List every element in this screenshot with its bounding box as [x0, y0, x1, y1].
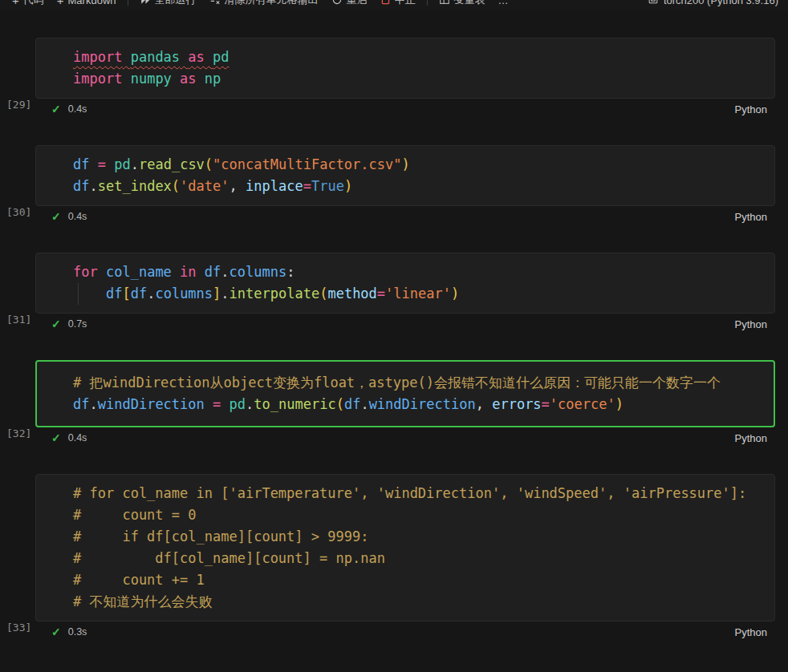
toolbar-inner: + 代码 + Markdown 全部运行 清除所有单元格输出 重启 [0, 0, 788, 10]
cell-editor[interactable]: for col_name in df.columns: df[df.column… [35, 253, 775, 314]
code-token: windDirection [369, 396, 476, 412]
cell-language-picker[interactable]: Python [735, 103, 767, 115]
cell-main: import pandas as pdimport numpy as np✓0.… [35, 38, 775, 119]
cell-editor[interactable]: # for col_name in ['airTemperature', 'wi… [35, 474, 775, 621]
notebook-cell[interactable]: [29]import pandas as pdimport numpy as n… [0, 38, 775, 119]
code-token [172, 264, 180, 280]
kernel-picker[interactable]: torch200 (Python 3.9.16) [648, 0, 782, 7]
code-token: ) [615, 396, 623, 412]
cell-gutter: [33] [0, 474, 35, 642]
execution-count: [32] [0, 427, 35, 448]
code-token: . [221, 264, 229, 280]
notebook-cell[interactable]: [31]for col_name in df.columns: df[df.co… [0, 253, 775, 334]
notebook-cell[interactable]: [33]# for col_name in ['airTemperature',… [0, 474, 775, 642]
kernel-environment-icon [648, 0, 659, 7]
run-all-icon [140, 0, 151, 6]
code-token: df [73, 156, 89, 172]
cell-status-bar: ✓0.3sPython [35, 621, 775, 642]
code-token: , [229, 178, 238, 194]
code-token: # count = 0 [73, 507, 197, 523]
code-token: columns [229, 264, 287, 280]
code-token: pd [114, 156, 130, 172]
cell-gutter: [30] [0, 145, 35, 227]
run-all-button[interactable]: 全部运行 [134, 0, 202, 9]
cell-gutter: [29] [0, 38, 35, 119]
clear-all-outputs-button[interactable]: 清除所有单元格输出 [204, 0, 324, 9]
code-token: col_name [106, 264, 172, 280]
code-token: 'coerce' [550, 396, 615, 412]
add-markdown-button[interactable]: + Markdown [51, 0, 122, 8]
cell-language-picker[interactable]: Python [735, 432, 767, 444]
code-token: df [205, 264, 221, 280]
code-token: [ [122, 285, 130, 302]
execution-duration: 0.4s [68, 103, 87, 115]
code-token [197, 71, 205, 87]
code-token: df [73, 396, 89, 412]
add-code-button[interactable]: + 代码 [6, 0, 50, 9]
more-actions-button[interactable]: … [493, 0, 514, 8]
code-line: # for col_name in ['airTemperature', 'wi… [73, 483, 771, 504]
code-token: np [205, 71, 221, 87]
code-line: # count += 1 [73, 569, 771, 591]
code-line: # 不知道为什么会失败 [73, 591, 771, 613]
cell-editor[interactable]: # 把windDirection从object变换为float，astype()… [35, 360, 775, 427]
run-all-label: 全部运行 [155, 0, 197, 7]
cell-editor[interactable]: import pandas as pdimport numpy as np [35, 38, 775, 99]
clear-outputs-label: 清除所有单元格输出 [225, 0, 319, 7]
code-token: = [98, 156, 106, 172]
cell-main: for col_name in df.columns: df[df.column… [35, 253, 775, 334]
code-token: import [73, 49, 122, 65]
code-line: import pandas as pd [73, 47, 771, 68]
code-token [205, 396, 213, 412]
code-token: "concatMultiFactor.csv" [213, 156, 401, 172]
code-token: ) [402, 156, 410, 172]
kernel-label: torch200 (Python 3.9.16) [664, 0, 778, 6]
execution-count: [33] [0, 621, 35, 642]
cell-editor[interactable]: df = pd.read_csv("concatMultiFactor.csv"… [35, 145, 775, 206]
code-token: df [131, 285, 147, 302]
code-token: to_numeric [254, 396, 335, 412]
code-token: errors [492, 396, 541, 412]
code-token: . [246, 396, 254, 412]
code-token: ) [344, 178, 352, 194]
code-token: df [73, 178, 89, 194]
code-line: df.set_index('date', inplace=True) [73, 176, 771, 197]
variables-table-icon [439, 0, 450, 6]
code-token: . [147, 285, 155, 302]
code-token: interpolate [229, 285, 320, 302]
notebook-cell[interactable]: [30]df = pd.read_csv("concatMultiFactor.… [0, 145, 775, 227]
restart-kernel-button[interactable]: 重启 [326, 0, 373, 9]
cell-main: # for col_name in ['airTemperature', 'wi… [35, 474, 775, 642]
execution-count: [30] [0, 206, 35, 227]
notebook: [29]import pandas as pdimport numpy as n… [0, 38, 788, 642]
code-token: = [377, 285, 385, 302]
success-check-icon: ✓ [51, 318, 61, 330]
code-token: inplace [246, 178, 303, 194]
cell-gutter: [31] [0, 253, 35, 334]
code-line: for col_name in df.columns: [73, 261, 771, 283]
code-token [238, 178, 246, 194]
code-token [180, 49, 188, 65]
code-token: . [360, 396, 368, 412]
code-token: as [180, 71, 196, 87]
code-token: method [327, 285, 376, 302]
code-token: 'date' [180, 178, 229, 194]
code-token: ( [319, 285, 327, 302]
cell-gutter: [32] [0, 360, 35, 448]
notebook-cell[interactable]: [32]# 把windDirection从object变换为float，asty… [0, 360, 775, 448]
cell-language-picker[interactable]: Python [735, 211, 767, 223]
code-token: True [311, 178, 344, 194]
code-line: df.windDirection = pd.to_numeric(df.wind… [73, 394, 770, 415]
success-check-icon: ✓ [51, 431, 61, 444]
restart-label: 重启 [347, 0, 368, 7]
variables-button[interactable]: 变量表 [433, 0, 491, 9]
cell-language-picker[interactable]: Python [735, 318, 767, 330]
code-token: , [476, 396, 484, 412]
cell-main: df = pd.read_csv("concatMultiFactor.csv"… [35, 145, 775, 227]
cell-language-picker[interactable]: Python [735, 626, 767, 638]
code-token: for [73, 264, 98, 280]
code-token: . [89, 178, 97, 194]
code-line: # count = 0 [73, 504, 771, 526]
interrupt-kernel-button[interactable]: 中止 [375, 0, 421, 9]
code-token [221, 396, 229, 412]
